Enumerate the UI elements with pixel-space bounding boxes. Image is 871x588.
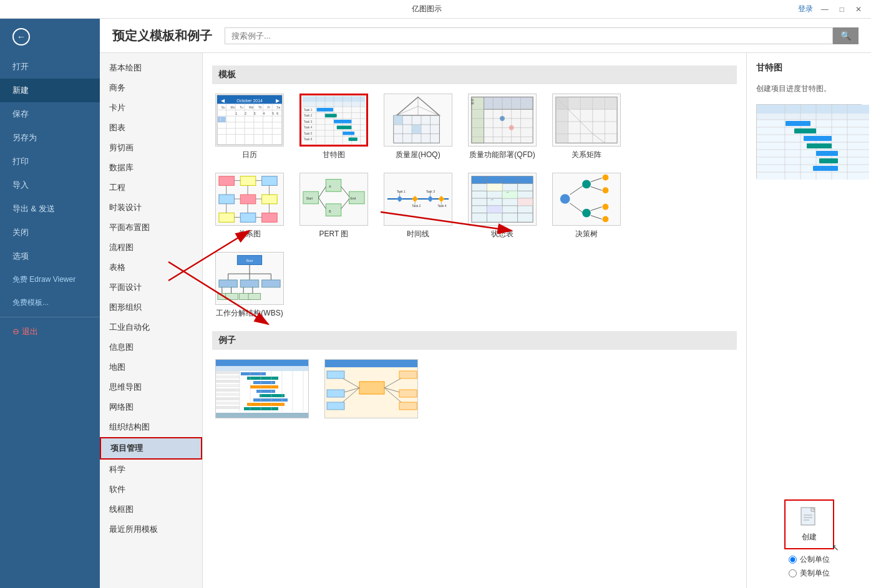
svg-rect-104 (262, 195, 278, 204)
sidebar-item-viewer[interactable]: 免费 Edraw Viewer (0, 268, 100, 291)
category-card[interactable]: 卡片 (100, 98, 202, 118)
sidebar-item-open[interactable]: 打开 (0, 55, 100, 79)
svg-rect-193 (216, 360, 309, 366)
template-item-state[interactable]: → → 状态表 (465, 173, 540, 239)
sidebar-item-save[interactable]: 保存 (0, 102, 100, 126)
category-chart[interactable]: 图表 (100, 118, 202, 138)
unit-metric-option[interactable]: 公制单位 (789, 554, 830, 565)
category-flat-design[interactable]: 平面设计 (100, 277, 202, 297)
svg-text:要求: 要求 (470, 99, 474, 105)
sidebar-item-export[interactable]: 导出 & 发送 (0, 197, 100, 221)
category-database[interactable]: 数据库 (100, 158, 202, 178)
svg-rect-222 (325, 360, 418, 367)
sidebar-item-close[interactable]: 关闭 (0, 221, 100, 244)
template-thumb-matrix (552, 94, 621, 147)
template-item-decision[interactable]: 决策树 (549, 173, 624, 239)
content-area: 预定义模板和例子 🔍 基本绘图 商务 卡片 图表 剪切画 数据库 工程 时装设 (100, 19, 871, 588)
right-panel-title: 甘特图 (756, 62, 862, 74)
unit-imperial-radio[interactable] (789, 569, 797, 577)
template-item-wbs[interactable]: Root (212, 252, 287, 319)
template-label-timeline: 时间线 (407, 229, 429, 239)
svg-line-169 (591, 216, 602, 219)
category-org[interactable]: 组织结构图 (100, 417, 202, 437)
category-project[interactable]: 项目管理 (100, 437, 202, 460)
example-item-2[interactable] (321, 359, 421, 418)
svg-rect-209 (216, 388, 240, 392)
template-thumb-state: → → (468, 173, 537, 226)
category-graphics[interactable]: 图形组织 (100, 297, 202, 317)
close-button[interactable]: ✕ (852, 4, 865, 15)
svg-text:We: We (249, 106, 254, 109)
category-business[interactable]: 商务 (100, 78, 202, 98)
category-engineering[interactable]: 工程 (100, 178, 202, 198)
template-item-gantt[interactable]: Task 1 Task 2 Task 3 Task 4 Task 5 Task … (296, 94, 371, 160)
svg-rect-259 (801, 508, 815, 525)
svg-rect-100 (240, 176, 256, 186)
template-item-timeline[interactable]: Task 1 Task 2 Task 3 Task 4 (381, 173, 455, 239)
create-button[interactable]: 创建 (784, 499, 834, 549)
sidebar-item-quit[interactable]: ⊖ 退出 (0, 320, 100, 344)
sidebar-item-new[interactable]: 新建 (0, 79, 100, 102)
example-item-1[interactable] (212, 359, 312, 418)
category-science[interactable]: 科学 (100, 460, 202, 480)
category-infographic[interactable]: 信息图 (100, 337, 202, 357)
template-item-relation[interactable]: 关系图 (212, 173, 287, 239)
category-table[interactable]: 表格 (100, 258, 202, 277)
sidebar-item-import[interactable]: 导入 (0, 173, 100, 197)
category-flowchart[interactable]: 流程图 (100, 238, 202, 258)
svg-rect-210 (216, 393, 240, 396)
category-mindmap[interactable]: 思维导图 (100, 377, 202, 397)
cursor-indicator: ↖ (832, 542, 839, 552)
category-floorplan[interactable]: 平面布置图 (100, 218, 202, 238)
sidebar-item-free-tpl[interactable]: 免费模板... (0, 291, 100, 314)
maximize-button[interactable]: □ (837, 4, 847, 15)
search-input[interactable] (225, 27, 833, 44)
unit-imperial-option[interactable]: 美制单位 (789, 568, 830, 579)
category-basic[interactable]: 基本绘图 (100, 58, 202, 78)
template-thumb-timeline: Task 1 Task 2 Task 3 Task 4 (384, 173, 452, 226)
category-industrial[interactable]: 工业自动化 (100, 317, 202, 337)
svg-rect-198 (253, 381, 275, 384)
sidebar-item-save-as[interactable]: 另存为 (0, 126, 100, 150)
svg-text:Task 6: Task 6 (304, 138, 313, 141)
svg-rect-202 (253, 398, 288, 402)
svg-text:October 2014: October 2014 (236, 99, 263, 103)
template-item-calendar[interactable]: October 2014 ◀ ▶ (212, 94, 287, 160)
sidebar-item-print[interactable]: 打印 (0, 150, 100, 173)
category-map[interactable]: 地图 (100, 357, 202, 377)
category-clip[interactable]: 剪切画 (100, 138, 202, 158)
svg-text:→: → (505, 190, 510, 194)
category-fashion[interactable]: 时装设计 (100, 198, 202, 218)
template-item-matrix[interactable]: 关系矩阵 (549, 94, 624, 160)
svg-text:7: 7 (220, 118, 221, 122)
svg-rect-45 (317, 108, 333, 112)
template-grid-row2: 关系图 (212, 173, 737, 239)
template-thumb-calendar: October 2014 ◀ ▶ (215, 94, 284, 147)
svg-text:▶: ▶ (276, 98, 280, 104)
svg-point-170 (603, 175, 609, 181)
template-thumb-gantt: Task 1 Task 2 Task 3 Task 4 Task 5 Task … (299, 94, 368, 147)
category-wireframe[interactable]: 线框图 (100, 499, 202, 519)
sidebar-divider (0, 317, 100, 317)
sidebar-item-options[interactable]: 选项 (0, 244, 100, 268)
minimize-button[interactable]: — (818, 4, 832, 15)
back-button[interactable]: ← (0, 19, 100, 55)
category-recent[interactable]: 最近所用模板 (100, 519, 202, 539)
svg-point-165 (582, 209, 591, 218)
login-button[interactable]: 登录 (798, 4, 813, 14)
templates-panel: 模板 October 2014 (203, 53, 746, 588)
example-thumb-1 (215, 359, 309, 418)
unit-metric-radio[interactable] (789, 556, 797, 564)
svg-rect-48 (337, 125, 352, 129)
svg-rect-205 (216, 371, 240, 374)
category-software[interactable]: 软件 (100, 480, 202, 499)
template-item-hoq[interactable]: 质量屋(HOQ) (381, 94, 455, 160)
svg-rect-223 (359, 382, 384, 394)
svg-text:Fr: Fr (267, 106, 270, 109)
category-network[interactable]: 网络图 (100, 397, 202, 417)
template-thumb-wbs: Root (215, 252, 284, 305)
search-button[interactable]: 🔍 (833, 27, 859, 44)
template-item-pert[interactable]: Start A B End PERT 图 (296, 173, 371, 239)
svg-marker-134 (412, 196, 418, 202)
template-item-qfd[interactable]: 要求 质量功能部署(QFD) (465, 94, 540, 160)
